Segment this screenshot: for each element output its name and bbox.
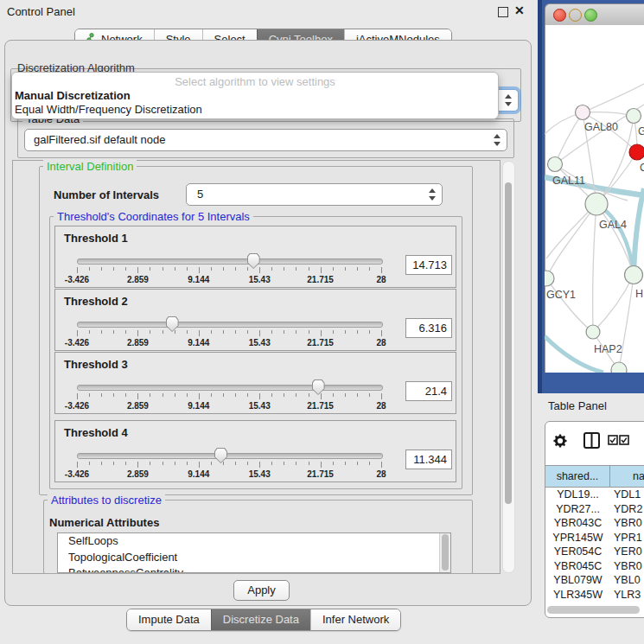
checkbox-icon[interactable] — [620, 436, 628, 444]
slider-ticks — [77, 462, 381, 469]
cell-shared-name: YBL079W — [545, 573, 610, 588]
network-graph: GAL80GACGAL11GAL4GCY1HHAP2 — [545, 25, 644, 373]
table-row[interactable]: YER054CYER0 — [545, 545, 644, 559]
scrollbar-thumb[interactable] — [442, 534, 449, 571]
cell-name: YPR1 — [610, 531, 642, 545]
network-node-label: GCY1 — [546, 289, 576, 301]
app-window: Control Panel ✕ Network Style Select Cyn… — [0, 0, 644, 644]
cell-name: YER0 — [610, 545, 642, 559]
table-header-row: shared... na — [545, 465, 644, 488]
cell-shared-name: YER054C — [545, 545, 610, 559]
table-row[interactable]: YLR345WYLR3 — [545, 588, 644, 603]
zoom-traffic-light-icon[interactable] — [584, 9, 597, 22]
table-row[interactable]: YBR043CYBR0 — [545, 516, 644, 531]
numerical-attributes-label: Numerical Attributes — [49, 516, 159, 529]
tab-infer-network[interactable]: Infer Network — [310, 609, 400, 630]
network-node-label: GAL4 — [599, 219, 627, 231]
table-row[interactable]: YDL19...YDL1 — [545, 488, 644, 502]
threshold-value-field[interactable]: 6.316 — [405, 318, 452, 338]
cell-name: YDL1 — [610, 488, 641, 502]
network-node-label: C — [640, 162, 644, 174]
slider-axis-labels: -3.4262.8599.14415.4321.71528 — [77, 275, 381, 285]
threshold-value-field[interactable]: 11.344 — [405, 450, 452, 469]
slider-axis-labels: -3.4262.8599.14415.4321.71528 — [77, 469, 381, 480]
algorithm-placeholder: Select algorithm to view settings — [12, 75, 498, 88]
threshold-slider[interactable] — [77, 385, 383, 391]
attributes-group-title: Attributes to discretize — [48, 494, 165, 507]
window-frame-edge — [538, 0, 542, 393]
cell-shared-name: YDL19... — [545, 488, 610, 502]
cell-shared-name: YIL052C — [545, 602, 610, 604]
network-node[interactable] — [627, 109, 641, 124]
tab-impute-data[interactable]: Impute Data — [127, 609, 211, 630]
network-node-label: GAL11 — [552, 175, 585, 187]
cell-shared-name: YBR043C — [545, 516, 610, 531]
table-panel-title: Table Panel — [548, 399, 607, 412]
network-node-label: H — [635, 288, 643, 300]
slider-ticks — [77, 393, 381, 400]
threshold-slider[interactable] — [77, 258, 383, 265]
cell-name: YLR3 — [610, 588, 641, 603]
threshold-value-field[interactable]: 14.713 — [405, 255, 452, 275]
network-node[interactable] — [611, 362, 627, 373]
checkbox-icon[interactable] — [609, 436, 617, 444]
algorithm-dropdown-popup: Select algorithm to view settings Manual… — [11, 72, 499, 119]
column-header-name[interactable]: na — [610, 466, 644, 487]
network-node[interactable] — [586, 325, 600, 339]
cell-shared-name: YDR27... — [545, 502, 610, 517]
cell-name: YIL0 — [610, 602, 636, 604]
threshold-label: Threshold 3 — [64, 358, 128, 371]
bottom-tab-bar: Impute Data Discretize Data Infer Networ… — [126, 609, 401, 631]
minimize-traffic-light-icon[interactable] — [569, 9, 582, 22]
attribute-list-item[interactable]: SelfLoops — [58, 533, 450, 550]
attribute-items: SelfLoopsTopologicalCoefficientBetweenne… — [58, 533, 450, 573]
table-rows: YDL19...YDL1YDR27...YDR2YBR043CYBR0YPR14… — [545, 488, 644, 604]
table-row[interactable]: YBR045CYBR0 — [545, 559, 644, 574]
network-node[interactable] — [548, 157, 563, 172]
table-horizontal-scrollbar[interactable] — [547, 606, 640, 614]
network-node-label: GA — [638, 125, 644, 137]
table-row[interactable]: YDR27...YDR2 — [545, 502, 644, 517]
threshold-slider[interactable] — [77, 322, 383, 328]
table-row[interactable]: YIL052CYIL0 — [545, 602, 644, 604]
threshold-panel: Threshold 1-3.4262.8599.14415.4321.71528… — [54, 226, 456, 288]
cell-name: YBR0 — [610, 559, 642, 574]
algorithm-option-equal-width[interactable]: Equal Width/Frequency Discretization — [15, 103, 202, 116]
attribute-list-item[interactable]: TopologicalCoefficient — [58, 550, 450, 566]
split-columns-icon[interactable] — [584, 433, 599, 448]
threshold-label: Threshold 4 — [64, 426, 128, 439]
numerical-attributes-list[interactable]: SelfLoopsTopologicalCoefficientBetweenne… — [57, 532, 451, 573]
table-row[interactable]: YBL079WYBL0 — [545, 573, 644, 588]
network-node[interactable] — [585, 193, 608, 215]
network-node[interactable] — [545, 271, 554, 286]
slider-axis-labels: -3.4262.8599.14415.4321.71528 — [77, 401, 381, 411]
cell-shared-name: YLR345W — [545, 588, 610, 603]
gear-icon[interactable] — [554, 435, 567, 448]
cell-shared-name: YPR145W — [545, 531, 610, 545]
threshold-value-field[interactable]: 21.4 — [405, 381, 452, 401]
network-node[interactable] — [629, 144, 644, 160]
column-header-shared[interactable]: shared... — [545, 466, 610, 487]
tab-discretize-data-label: Discretize Data — [223, 609, 299, 630]
tab-infer-network-label: Infer Network — [322, 609, 389, 630]
algorithm-option-manual[interactable]: Manual Discretization — [15, 89, 131, 102]
network-node[interactable] — [576, 105, 590, 120]
apply-button[interactable]: Apply — [233, 580, 290, 601]
threshold-panel: Threshold 4-3.4262.8599.14415.4321.71528… — [54, 420, 456, 482]
threshold-label: Threshold 1 — [64, 232, 128, 245]
attribute-list-item[interactable]: BetweennessCentrality — [58, 565, 450, 573]
cell-name: YBR0 — [610, 516, 642, 531]
cell-shared-name: YBR045C — [545, 559, 610, 574]
tab-impute-data-label: Impute Data — [138, 609, 200, 630]
slider-axis-labels: -3.4262.8599.14415.4321.71528 — [77, 338, 381, 348]
network-node[interactable] — [625, 266, 643, 284]
table-toolbar — [550, 430, 636, 452]
attributes-scrollbar[interactable] — [439, 533, 450, 572]
table-row[interactable]: YPR145WYPR1 — [545, 531, 644, 545]
combobox-stepper-icon — [505, 94, 513, 106]
network-node-label: GAL80 — [584, 121, 618, 133]
threshold-slider[interactable] — [77, 453, 383, 459]
close-traffic-light-icon[interactable] — [553, 9, 566, 22]
tab-discretize-data[interactable]: Discretize Data — [211, 609, 310, 630]
threshold-label: Threshold 2 — [64, 295, 128, 308]
